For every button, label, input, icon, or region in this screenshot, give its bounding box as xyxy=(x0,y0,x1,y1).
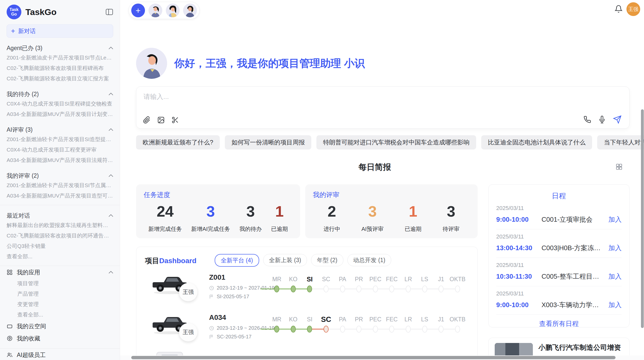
event-name: C005-整车工程目标评审 xyxy=(541,272,605,281)
collapse-sidebar-icon[interactable] xyxy=(106,8,113,16)
project-row-z001[interactable]: 王强 Z001 2023-12-19 ~ 2027-01-19 SI-2025-… xyxy=(136,269,477,312)
milestone-label: FEC xyxy=(384,275,400,283)
send-icon[interactable] xyxy=(613,115,622,124)
sidebar-task-item[interactable]: A034-全新新能源MUV产品开发项目计划变更表编写 xyxy=(7,109,113,119)
recent-chat-item[interactable]: 解释最新出台的欧盟报废车法规再生塑料比例被调至15%... xyxy=(7,220,113,230)
join-meeting-link[interactable]: 加入 xyxy=(608,244,622,252)
project-flag-milestone: SI-2025-05-17 xyxy=(209,294,249,299)
milestone-dot xyxy=(438,326,444,333)
sidebar-task-item[interactable]: C0X4-动力总成开发项目工程变更评审 xyxy=(7,144,113,155)
milestone-dot xyxy=(324,286,329,292)
agent-avatar-3[interactable] xyxy=(183,4,197,17)
section-my-review[interactable]: 我的评审 (2) xyxy=(7,171,113,180)
horizontal-scrollbar[interactable] xyxy=(120,355,644,360)
tab-powertrain-dev[interactable]: 动总开发 (1) xyxy=(347,254,391,266)
tab-model-year[interactable]: 年型 (2) xyxy=(311,254,343,266)
suggestion-chip[interactable]: 如何写一份清晰的项目周报 xyxy=(225,135,311,149)
briefing-layout-icon[interactable] xyxy=(616,163,623,170)
milestone-label: PEC xyxy=(367,275,384,283)
my-apps-label: 我的应用 xyxy=(17,268,109,276)
section-recent-chats[interactable]: 最近对话 xyxy=(7,211,113,220)
schedule-card: 日程 2025/03/11 9:00-10:00 C001-立项审批会 加入 2… xyxy=(488,184,630,327)
app-link-change-mgmt[interactable]: 变更管理 xyxy=(7,299,113,309)
apps-grid-icon xyxy=(7,269,13,275)
event-name: C001-立项审批会 xyxy=(541,215,605,224)
vertical-scrollbar-thumb[interactable] xyxy=(641,109,644,328)
voice-call-icon[interactable] xyxy=(583,116,591,123)
sidebar-item-favorites[interactable]: 我的收藏 xyxy=(7,333,113,344)
suggestion-chip[interactable]: 特朗普可能对进口汽车增税会对中国车企造成哪些影响 xyxy=(316,135,476,149)
event-name: C003|H0B-方案冻结评审 xyxy=(541,244,605,252)
favorites-icon xyxy=(7,335,13,341)
add-agent-button[interactable]: + xyxy=(131,4,145,17)
sidebar-task-item[interactable]: A034-全新新能源MUV产品开发项目法规符合性评审 xyxy=(7,155,113,165)
user-avatar[interactable]: 王强 xyxy=(626,2,640,16)
sidebar-task-item[interactable]: Z001-全新燃油轻卡产品开发项目SI节点属性5D文件评审 xyxy=(7,180,113,190)
milestone-label: KO xyxy=(285,315,302,324)
suggestion-chip[interactable]: 欧洲新规最近颁布了什么? xyxy=(136,135,220,149)
divider xyxy=(0,266,120,266)
suggestion-chip[interactable]: 当下年轻人对汽车外观有怎样的喜好趋势 xyxy=(597,135,644,149)
schedule-event: 2025/03/11 13:00-14:30 C003|H0B-方案冻结评审 加… xyxy=(496,229,622,258)
attach-file-icon[interactable] xyxy=(143,116,151,124)
sidebar-task-item[interactable]: C0X4-动力总成开发项目SI里程碑提交物检查 xyxy=(7,98,113,109)
my-review-card: 我的评审 2 进行中 3 AI预评审 1 已逾期 3 待评审 xyxy=(305,184,478,238)
app-logo: Task Go xyxy=(7,5,21,19)
milestone-dot xyxy=(356,326,361,333)
sidebar-task-item[interactable]: Z001-全新燃油轻卡产品开发项目SI造型提交物评审 xyxy=(7,134,113,144)
section-agent-done[interactable]: Agent已办 (3) xyxy=(7,44,113,52)
milestone-dot-alert xyxy=(324,326,329,333)
section-title: 我的评审 (2) xyxy=(7,172,39,180)
section-title: 我的待办 (2) xyxy=(7,90,39,98)
milestone-label: LR xyxy=(400,315,417,324)
section-my-todo[interactable]: 我的待办 (2) xyxy=(7,90,113,98)
sidebar-task-item[interactable]: C02-飞腾新能源轻客改款项目里程碑画布 xyxy=(7,63,113,73)
event-time: 13:00-14:30 xyxy=(496,244,541,252)
join-meeting-link[interactable]: 加入 xyxy=(608,215,622,224)
project-dashboard-card: 项目Dashboard 全新平台 (4) 全新上装 (3) 年型 (2) 动总开… xyxy=(136,247,478,360)
apps-view-all-link[interactable]: 查看全部... xyxy=(7,309,113,320)
greeting-block: 你好，王强，我是你的项目管理助理 小识 xyxy=(136,48,365,79)
section-ai-review[interactable]: AI评审 (3) xyxy=(7,125,113,134)
horizontal-scrollbar-thumb[interactable] xyxy=(131,356,616,359)
schedule-event: 2025/03/11 9:00-10:00 C001-立项审批会 加入 xyxy=(496,201,622,229)
notifications-bell-icon[interactable] xyxy=(614,5,623,13)
microphone-icon[interactable] xyxy=(598,116,606,123)
sidebar-task-item[interactable]: A034-全新新能源MUV产品开发项目造型可行性评审 xyxy=(7,190,113,201)
new-chat-button[interactable]: + 新对话 xyxy=(7,24,113,38)
sidebar-item-my-apps[interactable]: 我的应用 xyxy=(7,266,113,278)
recent-chat-item[interactable]: 公司Q3轻卡销量 xyxy=(7,241,113,251)
recent-view-all-link[interactable]: 查看全部... xyxy=(7,251,113,262)
sidebar-item-ai-super-staff[interactable]: AI超级员工 xyxy=(7,349,113,360)
milestone-dot xyxy=(356,286,361,292)
milestone-label: PR xyxy=(351,315,367,324)
agent-avatar-2[interactable] xyxy=(166,4,180,17)
app-link-project-mgmt[interactable]: 项目管理 xyxy=(7,278,113,289)
milestone-label: LR xyxy=(400,275,417,283)
join-meeting-link[interactable]: 加入 xyxy=(608,301,622,309)
milestone-label: J1 xyxy=(433,275,449,283)
view-all-schedule-link[interactable]: 查看所有日程 xyxy=(496,315,622,333)
sidebar-task-item[interactable]: Z001-全新燃油皮卡产品开发项目SI节点Lesson Learn报告 xyxy=(7,52,113,63)
clock-icon xyxy=(209,286,214,291)
milestone-label: MR xyxy=(269,275,285,283)
recent-chat-item[interactable]: C02-飞腾新能源轻客改款项目的闭环通告反馈情况 xyxy=(7,230,113,241)
app-link-product-mgmt[interactable]: 产品管理 xyxy=(7,289,113,299)
insert-image-icon[interactable] xyxy=(157,116,165,124)
screenshot-scissors-icon[interactable] xyxy=(171,116,179,124)
project-row-a034[interactable]: 王强 A034 2023-12-19 ~ 2026-01-19 SC-2025-… xyxy=(136,309,477,352)
tab-all-new-platform[interactable]: 全新平台 (4) xyxy=(215,254,259,267)
chevron-up-icon xyxy=(109,214,113,217)
clock-icon xyxy=(209,326,214,331)
suggestion-chip[interactable]: 比亚迪全固态电池计划具体说了什么 xyxy=(481,135,592,149)
join-meeting-link[interactable]: 加入 xyxy=(608,272,622,281)
chat-input[interactable] xyxy=(143,92,576,108)
tab-all-new-body[interactable]: 全新上装 (3) xyxy=(263,254,307,266)
sidebar-task-item[interactable]: C02-飞腾新能源轻客改款项目立项汇报方案 xyxy=(7,73,113,84)
milestone-label-current: SC xyxy=(318,315,334,324)
sidebar-item-cloud-space[interactable]: 我的云空间 xyxy=(7,320,113,332)
milestone-label: SC xyxy=(318,275,334,283)
vertical-scrollbar[interactable] xyxy=(640,0,644,355)
event-time: 10:30-11:30 xyxy=(496,273,541,280)
agent-avatar-1[interactable] xyxy=(149,4,162,17)
